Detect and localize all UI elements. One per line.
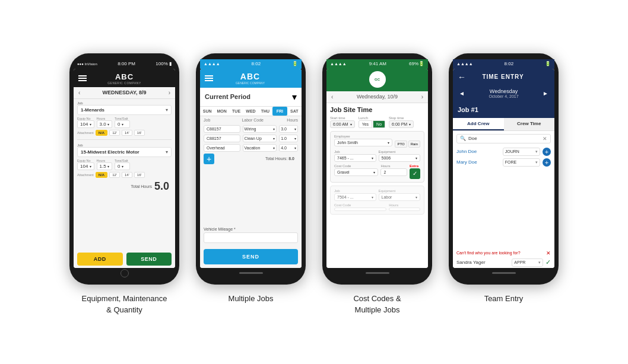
attach-12-1[interactable]: 12' (109, 130, 120, 136)
cant-find-x[interactable]: ✕ (546, 250, 551, 256)
tons-val-2[interactable]: 0 ▾ (115, 162, 130, 170)
job-select-4[interactable]: 7504 - ...▾ (334, 193, 376, 201)
dow-sat[interactable]: SAT (287, 107, 302, 116)
employee-select[interactable]: John Smith▾ (334, 139, 392, 146)
dow-fri[interactable]: FRI (272, 107, 287, 116)
search-clear-btn[interactable]: ✕ (543, 136, 547, 142)
job-input-1[interactable]: C88157 (204, 125, 240, 133)
role-select-john[interactable]: JOURN ▾ (503, 148, 540, 156)
phone-3: ▲▲▲▲ 9:41 AM 69%🔋 GC ‹ Wednesday, 10/9 › (322, 53, 432, 285)
hamburger-icon-2[interactable] (205, 75, 213, 81)
tons-val-1[interactable]: 0 ▾ (115, 120, 130, 128)
extra-check[interactable]: ✓ (410, 168, 420, 179)
status-left-1: ●●● InVision (77, 62, 97, 66)
hours-input-3[interactable]: 2 (380, 168, 407, 176)
add-button-1[interactable]: ADD (77, 253, 123, 266)
cost-select-2[interactable] (334, 207, 386, 211)
date-prev-3[interactable]: ‹ (331, 94, 333, 100)
send-button-1[interactable]: SEND (126, 253, 172, 266)
hrs-input-3[interactable]: 4.0▾ (279, 144, 298, 152)
yes-btn[interactable]: Yes (359, 120, 372, 128)
app-header-1: ABC GENERIC COMPANY (74, 69, 175, 87)
nav-bar-1: ‹ WEDNESDAY, 8/9 › (74, 87, 175, 99)
tons-group-1: Tons/Salt 0 ▾ (115, 117, 130, 128)
hrs-input-2[interactable]: 1.0▾ (279, 135, 298, 142)
attach-16-1[interactable]: 16' (134, 130, 145, 136)
stop-select[interactable]: 6:00 PM ▾ (389, 120, 414, 128)
period-chevron[interactable]: ▾ (292, 91, 297, 103)
add-person-mary[interactable]: + (543, 158, 551, 167)
caption-3: Cost Codes & Multiple Jobs (353, 293, 401, 316)
vehicle-input[interactable] (204, 232, 298, 243)
attach-na-1[interactable]: N/A (96, 130, 107, 136)
lc-select-2[interactable]: Clean Up▾ (243, 135, 277, 142)
pto-btn[interactable]: PTO (395, 141, 407, 148)
hours-input-4[interactable] (389, 207, 420, 211)
dow-thu[interactable]: THU (258, 107, 272, 116)
date-prev-4[interactable]: ◄ (459, 90, 465, 97)
hours-val-1[interactable]: 3.0 ▾ (97, 120, 112, 128)
back-arrow[interactable]: ← (458, 72, 466, 82)
tab-add-crew[interactable]: Add Crew (453, 118, 504, 130)
screen-2: ABC GENERIC COMPANY Current Period ▾ SUN… (200, 69, 302, 268)
suggestion-check[interactable]: ✓ (545, 258, 551, 266)
suggestion-role-select[interactable]: APPR ▾ (512, 258, 543, 267)
no-btn[interactable]: No (373, 120, 385, 128)
screen-4: ← TIME ENTRY ◄ Wednesday October 4, 2017… (453, 69, 554, 268)
date-next-4[interactable]: ► (543, 90, 548, 97)
equip-select-3[interactable]: 5006▾ (379, 154, 421, 162)
job-line-2: C88157 Clean Up▾ 1.0▾ (204, 135, 298, 142)
nav-next-1[interactable]: › (169, 90, 170, 96)
tab-crew-time[interactable]: Crew Time (504, 118, 555, 130)
job-chevron-2[interactable]: ▾ (166, 149, 168, 155)
lc-select-3[interactable]: Vacation▾ (243, 144, 277, 152)
rain-btn[interactable]: Rain (408, 141, 420, 148)
job-field-4: Job 7504 - ...▾ (334, 189, 376, 201)
home-bar-line-4[interactable] (492, 272, 516, 274)
hours-val-2[interactable]: 1.5 ▾ (97, 162, 112, 170)
status-center-3: 9:41 AM (369, 61, 386, 66)
hrs-input-1[interactable]: 3.0▾ (279, 125, 298, 133)
job-input-2[interactable]: C88157 (204, 135, 240, 142)
person-name-john: John Doe (456, 149, 500, 154)
send-button-2[interactable]: SEND (204, 249, 298, 264)
job-section-2: Job 15-Midwest Electric Motor ▾ Equip No… (77, 143, 172, 178)
status-right-1: 100% ▮ (156, 61, 172, 66)
date-sub-4: October 4, 2017 (489, 94, 518, 98)
dow-wed[interactable]: WED (243, 107, 258, 116)
home-bar-line-2[interactable] (239, 272, 263, 274)
equip-group-2: Equip No 104 ▾ (77, 159, 94, 170)
job-select-3[interactable]: 7465 - ...▾ (334, 154, 376, 162)
add-job-btn[interactable]: + (204, 154, 214, 164)
add-person-john[interactable]: + (543, 148, 551, 156)
home-bar-line-3[interactable] (366, 272, 389, 274)
role-select-mary[interactable]: FORE ▾ (503, 158, 540, 167)
dow-tue[interactable]: TUE (229, 107, 243, 116)
home-button-1[interactable] (120, 269, 129, 277)
phone-block-4: ▲▲▲▲ 8:02 🔋 ← TIME ENTRY ◄ Wednesday Oct… (449, 53, 559, 305)
logo-1: ABC GENERIC COMPANY (87, 72, 162, 85)
job-input-3[interactable]: Overhead (204, 144, 240, 152)
equip-select-4[interactable]: Labor▾ (379, 193, 421, 201)
date-next-3[interactable]: › (421, 94, 423, 100)
hamburger-icon[interactable] (78, 75, 87, 81)
lc-select-1[interactable]: Wiring▾ (243, 125, 277, 133)
attach-na-2[interactable]: N/A (96, 172, 107, 178)
search-text-4[interactable]: Doe (468, 136, 540, 141)
job-chevron-1[interactable]: ▾ (166, 107, 168, 113)
home-bar-4 (453, 268, 554, 279)
period-row: Current Period ▾ (200, 88, 302, 107)
attach-12-2[interactable]: 12' (109, 172, 120, 178)
attach-14-2[interactable]: 14' (122, 172, 132, 178)
attach-14-1[interactable]: 14' (122, 130, 132, 136)
attach-16-2[interactable]: 16' (134, 172, 145, 178)
start-select[interactable]: 6:00 AM ▾ (330, 120, 355, 128)
divider-1 (77, 139, 172, 140)
equip-val-2[interactable]: 104 ▾ (77, 162, 94, 170)
equip-val-1[interactable]: 104 ▾ (77, 120, 94, 128)
search-box-4[interactable]: 🔍 Doe ✕ (456, 134, 551, 143)
cost-select[interactable]: Gravel▾ (334, 168, 378, 176)
dow-mon[interactable]: MON (214, 107, 229, 116)
job-section-1: Job 1-Menards ▾ Equip No 104 ▾ (77, 101, 172, 136)
dow-sun[interactable]: SUN (200, 107, 214, 116)
